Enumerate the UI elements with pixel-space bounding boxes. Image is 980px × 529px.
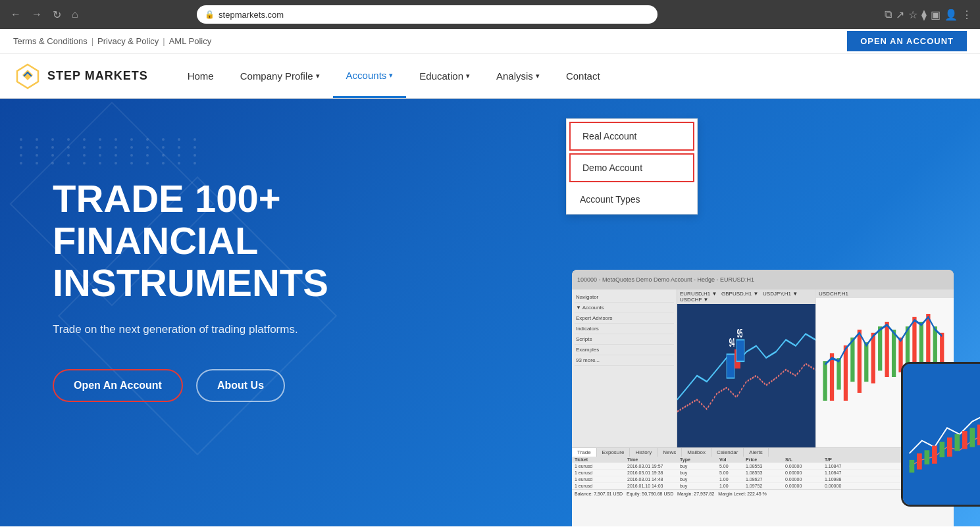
- mockup-tabs: Trade Exposure History News Mailbox Cale…: [572, 448, 954, 457]
- nav-education[interactable]: Education ▾: [406, 54, 483, 98]
- mockup-chart-1: EURUSD,H1 ▼ GBPUSD,H1 ▼ USDJPY,H1 ▼ USDC…: [677, 290, 815, 447]
- hero-section: TRADE 100+ FINANCIAL INSTRUMENTS Trade o…: [0, 99, 980, 526]
- svg-rect-31: [940, 442, 945, 457]
- tab-history[interactable]: History: [630, 448, 658, 457]
- chevron-down-icon: ▾: [466, 72, 470, 80]
- utility-links: Terms & Conditions | Privacy & Policy | …: [13, 36, 211, 46]
- tab-news[interactable]: News: [658, 448, 682, 457]
- mockup-sidebar: Navigator ▼ Accounts Expert Advisors Ind…: [572, 290, 677, 447]
- svg-rect-13: [858, 330, 862, 393]
- table-row: 1 eurusd2016.01.10 14:03buy1.001.097520.…: [572, 483, 954, 490]
- svg-text:94: 94: [729, 336, 735, 349]
- hero-buttons: Open An Account About Us: [53, 369, 474, 402]
- browser-actions: ⧉ ↗ ☆ ⧫ ▣ 👤 ⋮: [885, 9, 972, 21]
- phone-screen: [903, 364, 980, 505]
- laptop-mockup: 100000 - MetaQuotes Demo Demo Account - …: [572, 270, 954, 526]
- svg-rect-29: [925, 450, 930, 464]
- forward-button[interactable]: →: [29, 6, 45, 23]
- tab-trade[interactable]: Trade: [572, 448, 597, 457]
- nav-home[interactable]: Home: [174, 54, 227, 98]
- dropdown-demo-account[interactable]: Demo Account: [569, 153, 694, 182]
- sidebar-accounts: ▼ Accounts: [575, 303, 674, 313]
- svg-rect-5: [736, 340, 744, 362]
- svg-rect-14: [864, 342, 868, 382]
- tab-alerts[interactable]: Alerts: [744, 448, 768, 457]
- svg-rect-17: [885, 322, 889, 377]
- url-text: stepmarkets.com: [219, 10, 284, 20]
- refresh-button[interactable]: ↻: [50, 6, 64, 24]
- share-icon[interactable]: ↗: [896, 9, 904, 21]
- svg-rect-2: [727, 354, 735, 378]
- table-header-row: TicketTimeTypeVolPriceS/LT/P: [572, 457, 954, 463]
- hero-title: TRADE 100+ FINANCIAL INSTRUMENTS: [53, 178, 474, 303]
- svg-rect-26: [903, 364, 980, 505]
- logo[interactable]: STEP MARKETS: [13, 62, 148, 91]
- separator-2: |: [163, 36, 165, 46]
- table-row: 1 eurusd2016.03.01 19:57buy5.001.085530.…: [572, 463, 954, 470]
- address-bar[interactable]: 🔒 stepmarkets.com: [197, 5, 658, 24]
- accounts-dropdown-menu: Real Account Demo Account Account Types: [566, 118, 698, 214]
- laptop-screen: 100000 - MetaQuotes Demo Demo Account - …: [572, 270, 954, 526]
- tab-exposure[interactable]: Exposure: [597, 448, 631, 457]
- svg-rect-35: [969, 428, 975, 447]
- table-row: 1 eurusd2016.03.01 19:38buy5.001.085530.…: [572, 470, 954, 476]
- hero-subtitle: Trade on the next generation of trading …: [53, 323, 474, 336]
- lock-icon: 🔒: [205, 10, 215, 19]
- logo-text: STEP MARKETS: [47, 69, 148, 83]
- dropdown-account-types[interactable]: Account Types: [567, 185, 697, 214]
- tab-calendar[interactable]: Calendar: [711, 448, 744, 457]
- hero-open-account-button[interactable]: Open An Account: [53, 369, 183, 402]
- main-navbar: STEP MARKETS Home Company Profile ▾ Acco…: [0, 54, 980, 99]
- hero-content: TRADE 100+ FINANCIAL INSTRUMENTS Trade o…: [0, 99, 527, 441]
- mockup-bottom-panel: Trade Exposure History News Mailbox Cale…: [572, 447, 954, 526]
- svg-rect-18: [892, 330, 896, 377]
- tab-icon[interactable]: ▣: [931, 9, 941, 21]
- nav-contact[interactable]: Contact: [553, 54, 613, 98]
- svg-rect-33: [954, 434, 960, 451]
- screenshot-icon[interactable]: ⧉: [885, 9, 892, 20]
- chart1-header: EURUSD,H1 ▼ GBPUSD,H1 ▼ USDJPY,H1 ▼ USDC…: [677, 290, 815, 304]
- svg-rect-30: [932, 446, 937, 464]
- svg-rect-28: [917, 453, 922, 469]
- svg-rect-15: [871, 333, 875, 384]
- platform-mockup: 100000 - MetaQuotes Demo Demo Account - …: [546, 250, 980, 526]
- chart2-header: USDCHF,H1: [816, 290, 954, 298]
- svg-rect-16: [878, 326, 882, 370]
- chevron-down-icon: ▾: [316, 72, 320, 80]
- sidebar-examples: Examples: [575, 345, 674, 355]
- svg-text:95: 95: [737, 326, 742, 340]
- nav-analysis[interactable]: Analysis ▾: [483, 54, 553, 98]
- chevron-down-icon: ▾: [389, 71, 393, 80]
- nav-company-profile[interactable]: Company Profile ▾: [227, 54, 333, 98]
- nav-accounts[interactable]: Accounts ▾: [333, 54, 407, 98]
- sidebar-more: 93 more...: [575, 355, 674, 366]
- phone-mockup: [901, 362, 980, 507]
- sidebar-expert-advisors: Expert Advisors: [575, 313, 674, 324]
- tab-mailbox[interactable]: Mailbox: [682, 448, 711, 457]
- bookmark-icon[interactable]: ☆: [908, 9, 917, 21]
- terms-link[interactable]: Terms & Conditions: [13, 36, 88, 46]
- svg-rect-32: [947, 438, 952, 457]
- aml-link[interactable]: AML Policy: [169, 36, 212, 46]
- back-button[interactable]: ←: [8, 6, 24, 23]
- hero-title-line1: TRADE 100+: [53, 178, 474, 220]
- dropdown-real-account[interactable]: Real Account: [569, 122, 694, 151]
- sidebar-navigator: Navigator: [575, 292, 674, 303]
- nav-links: Home Company Profile ▾ Accounts ▾ Educat…: [174, 54, 613, 98]
- extensions-icon[interactable]: ⧫: [921, 9, 927, 21]
- phone-chart-svg: [903, 364, 980, 505]
- browser-chrome: ← → ↻ ⌂ 🔒 stepmarkets.com ⧉ ↗ ☆ ⧫ ▣ 👤 ⋮: [0, 0, 980, 29]
- chevron-down-icon: ▾: [536, 72, 540, 80]
- separator-1: |: [91, 36, 93, 46]
- balance-row: Balance: 7,907.01 USD Equity: 50,790.68 …: [572, 490, 954, 497]
- profile-icon[interactable]: 👤: [944, 9, 958, 21]
- open-account-header-button[interactable]: OPEN AN ACCOUNT: [847, 31, 967, 51]
- home-button[interactable]: ⌂: [69, 6, 81, 23]
- hero-about-button[interactable]: About Us: [196, 369, 285, 402]
- svg-rect-8: [823, 361, 827, 401]
- menu-icon[interactable]: ⋮: [962, 9, 972, 21]
- privacy-link[interactable]: Privacy & Policy: [97, 36, 159, 46]
- mockup-topbar-text: 100000 - MetaQuotes Demo Demo Account - …: [577, 276, 754, 283]
- hero-title-line2: FINANCIAL INSTRUMENTS: [53, 220, 474, 304]
- mockup-topbar: 100000 - MetaQuotes Demo Demo Account - …: [572, 270, 954, 290]
